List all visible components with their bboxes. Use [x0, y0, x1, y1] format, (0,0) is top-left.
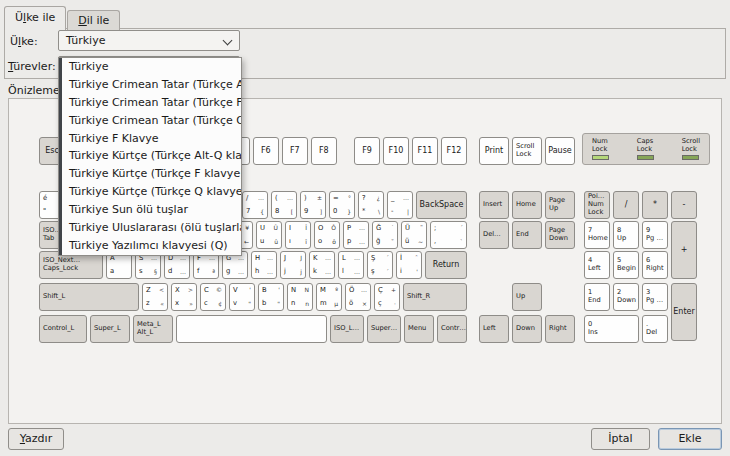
- key-scroll: ScrollLock: [512, 137, 542, 165]
- key-f9: F9: [354, 137, 380, 165]
- key-page: PageUp: [545, 191, 575, 219]
- key-: *: [642, 191, 668, 219]
- key-7: 7Home: [584, 221, 610, 249]
- key-enter: Enter: [671, 283, 697, 341]
- nav-cluster-delete-row: Del…EndPageDown: [479, 221, 575, 249]
- country-combobox[interactable]: Türkiye: [58, 30, 240, 51]
- key-contr: Contr…: [437, 315, 467, 343]
- led-light: [682, 155, 699, 160]
- key-space: [176, 315, 327, 343]
- key-: .Del: [642, 315, 668, 343]
- key-: ;´,`: [430, 221, 467, 249]
- key-l: L…l…: [338, 251, 364, 279]
- tab-by-country[interactable]: Ülke ile: [4, 6, 66, 30]
- dropdown-item[interactable]: Türkiye Yazılımcı klavyesi (Q): [59, 237, 241, 255]
- key-: Ç+ç·: [374, 283, 400, 311]
- keyboard-gap: [340, 137, 351, 165]
- dropdown-item[interactable]: Türkiye Uluslararası (ölü tuşlarla): [59, 219, 241, 237]
- key-f12: F12: [441, 137, 467, 165]
- dropdown-item[interactable]: Türkiye Kürtçe (Türkçe Q klavye): [59, 183, 241, 201]
- dropdown-item[interactable]: Türkiye Kürtçe (Türkçe F klavye): [59, 165, 241, 183]
- key-: Ğ˙ğ˘: [372, 221, 398, 249]
- key-down: Down: [512, 315, 542, 343]
- key-return: Return: [425, 251, 467, 279]
- key-: +: [671, 221, 697, 279]
- dropdown-item[interactable]: Türkiye F Klavye: [59, 130, 241, 148]
- key-9: 9Pg …: [642, 221, 668, 249]
- dropdown-item[interactable]: Türkiye: [59, 58, 241, 76]
- key-i: İˆi': [396, 251, 422, 279]
- key-up: Up: [512, 283, 542, 311]
- key-: Ö…ö×: [345, 283, 371, 311]
- key-5: 5Begin: [613, 251, 639, 279]
- country-combobox-value: Türkiye: [66, 34, 105, 47]
- key-poi: Poi…NumLock: [584, 191, 610, 219]
- key-3: 3Pg …: [642, 283, 668, 311]
- print-button[interactable]: Yazdır: [8, 428, 64, 450]
- key-b: B'b": [258, 283, 284, 311]
- dropdown-item[interactable]: Türkiye Sun ölü tuşlar: [59, 201, 241, 219]
- dropdown-item[interactable]: Türkiye Crimean Tatar (Türkçe F): [59, 94, 241, 112]
- key-m: Mºmµ: [316, 283, 342, 311]
- key-9: )±9]: [300, 191, 326, 219]
- key-end: End: [512, 221, 542, 249]
- key-control-l: Control_L: [39, 315, 87, 343]
- numpad: Poi…NumLock/*-7Home8Up9Pg …+4Left5Begin6…: [584, 191, 699, 343]
- key-shift-r: Shift_R: [403, 283, 467, 311]
- dropdown-edge-strip: [59, 58, 62, 255]
- key-f8: F8: [311, 137, 337, 165]
- key-u: UÛuû: [256, 221, 282, 249]
- cancel-button[interactable]: İptal: [591, 428, 650, 450]
- key-right: Right: [545, 315, 575, 343]
- tab-by-language[interactable]: Dil ile: [67, 10, 120, 30]
- key-iso-l: ISO_L…: [330, 315, 364, 343]
- key-z: Z<z«: [142, 283, 168, 311]
- key-0: 0Ins: [584, 315, 639, 343]
- dropdown-item[interactable]: Türkiye Crimean Tatar (Türkçe Alt-Q): [59, 76, 241, 94]
- key-2: 2Down: [613, 283, 639, 311]
- key-f11: F11: [412, 137, 438, 165]
- key-8: 8Up: [613, 221, 639, 249]
- key-f10: F10: [383, 137, 409, 165]
- key-f6: F6: [253, 137, 279, 165]
- led-light: [592, 155, 609, 160]
- nav-cluster-top-row: PrintScrollLockPause: [479, 137, 575, 165]
- led-indicator-num: NumLock: [592, 137, 609, 161]
- key-: Ş´ş´: [367, 251, 393, 279]
- key-backspace: BackSpace: [416, 191, 467, 219]
- key-pause: Pause: [545, 137, 575, 165]
- key-c: C©c¢: [200, 283, 226, 311]
- key-o: OÔoô: [314, 221, 340, 249]
- tab-bar: Ülke ile Dil ile: [4, 6, 121, 30]
- key-8: (…8[: [271, 191, 297, 219]
- key-7: /…7{: [242, 191, 268, 219]
- key-h: H…h…: [251, 251, 277, 279]
- key-4: 4Left: [584, 251, 610, 279]
- dropdown-item[interactable]: Türkiye Kürtçe (Türkçe Alt-Q klavye): [59, 147, 241, 165]
- key-: /: [613, 191, 639, 219]
- led-indicator-caps: CapsLock: [637, 137, 654, 161]
- key-: _…-|: [387, 191, 413, 219]
- key-: IÎıî: [285, 221, 311, 249]
- key-x: X>x»: [171, 283, 197, 311]
- variant-label: Türevler:: [8, 60, 56, 73]
- arrow-keys-row: LeftDownRight: [479, 315, 575, 343]
- key-k: K…k…: [309, 251, 335, 279]
- key-p: P…p…: [343, 221, 369, 249]
- key-j: JJjj: [280, 251, 306, 279]
- key-super: Super…: [367, 315, 401, 343]
- key-1: 1End: [584, 283, 610, 311]
- led-light: [637, 155, 654, 160]
- key-meta-l: Meta_LAlt_L: [133, 315, 173, 343]
- arrow-up-key-row: Up: [512, 283, 542, 311]
- key-menu: Menu: [404, 315, 434, 343]
- key-del: Del…: [479, 221, 509, 249]
- key-shift-l: Shift_L: [39, 283, 139, 311]
- led-indicator-scroll: ScrollLock: [682, 137, 700, 161]
- add-button[interactable]: Ekle: [658, 428, 722, 450]
- key-left: Left: [479, 315, 509, 343]
- key-super-l: Super_L: [90, 315, 130, 343]
- dropdown-item[interactable]: Türkiye Crimean Tatar (Türkçe Q): [59, 112, 241, 130]
- key-v: V'v": [229, 283, 255, 311]
- key-home: Home: [512, 191, 542, 219]
